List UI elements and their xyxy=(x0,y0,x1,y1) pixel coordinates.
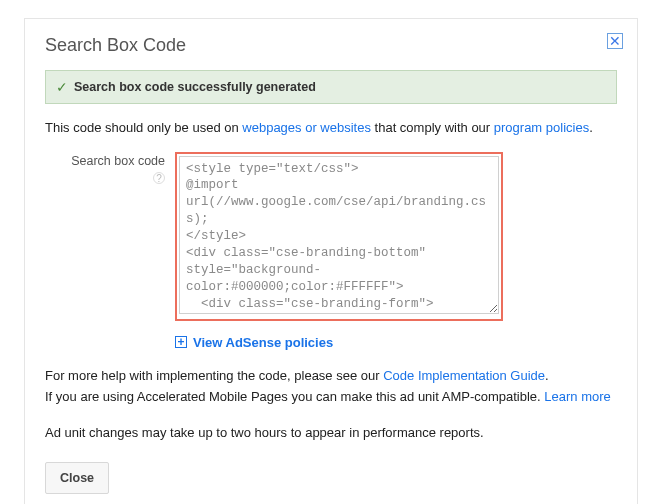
amp-prefix: If you are using Accelerated Mobile Page… xyxy=(45,389,544,404)
dialog-title: Search Box Code xyxy=(45,35,617,56)
intro-suffix: . xyxy=(589,120,593,135)
search-box-code-dialog: ✕ Search Box Code ✓ Search box code succ… xyxy=(24,18,638,504)
code-field-label: Search box code ? xyxy=(45,152,165,168)
search-box-code-textarea[interactable] xyxy=(179,156,499,314)
help-prefix: For more help with implementing the code… xyxy=(45,368,383,383)
webpages-link[interactable]: webpages or websites xyxy=(242,120,371,135)
code-highlight-frame xyxy=(175,152,503,321)
close-button[interactable]: Close xyxy=(45,462,109,494)
checkmark-icon: ✓ xyxy=(56,79,68,95)
learn-more-link[interactable]: Learn more xyxy=(544,389,610,404)
code-field-row: Search box code ? xyxy=(45,152,617,321)
note-text: Ad unit changes may take up to two hours… xyxy=(45,425,617,440)
help-paragraph: For more help with implementing the code… xyxy=(45,366,617,386)
field-label-text: Search box code xyxy=(71,154,165,168)
intro-mid: that comply with our xyxy=(371,120,494,135)
close-icon[interactable]: ✕ xyxy=(607,33,623,49)
view-adsense-policies-label: View AdSense policies xyxy=(193,335,333,350)
help-icon[interactable]: ? xyxy=(153,172,165,184)
program-policies-link[interactable]: program policies xyxy=(494,120,589,135)
intro-prefix: This code should only be used on xyxy=(45,120,242,135)
plus-icon: + xyxy=(175,336,187,348)
intro-text: This code should only be used on webpage… xyxy=(45,118,617,138)
success-message: Search box code successfully generated xyxy=(74,80,316,94)
success-banner: ✓ Search box code successfully generated xyxy=(45,70,617,104)
help-suffix: . xyxy=(545,368,549,383)
view-adsense-policies[interactable]: + View AdSense policies xyxy=(175,335,617,350)
code-implementation-guide-link[interactable]: Code Implementation Guide xyxy=(383,368,545,383)
amp-paragraph: If you are using Accelerated Mobile Page… xyxy=(45,387,617,407)
